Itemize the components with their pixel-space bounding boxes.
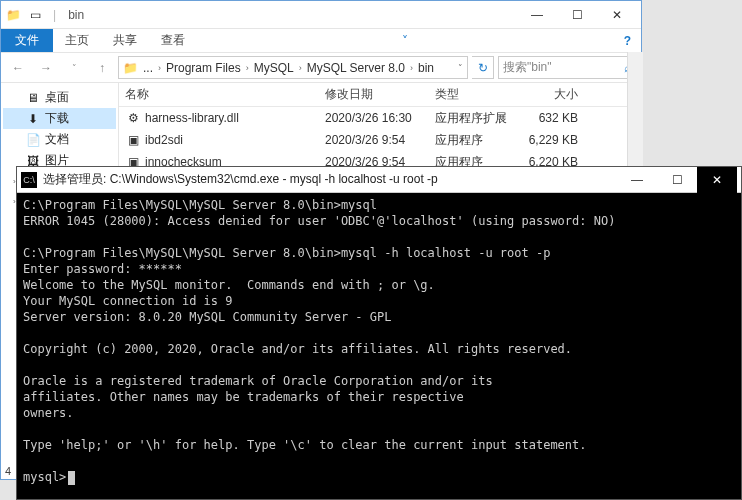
- file-row[interactable]: ▣ibd2sdi2020/3/26 9:54应用程序6,229 KB: [119, 129, 641, 151]
- back-button[interactable]: ←: [6, 56, 30, 80]
- breadcrumb[interactable]: 📁 ...› Program Files› MySQL› MySQL Serve…: [118, 56, 468, 79]
- folder-icon: 📁: [123, 61, 138, 75]
- up-button[interactable]: ↑: [90, 56, 114, 80]
- col-type[interactable]: 类型: [429, 86, 514, 103]
- crumb[interactable]: MySQL: [254, 61, 294, 75]
- window-title: bin: [68, 8, 84, 22]
- minimize-button[interactable]: —: [617, 167, 657, 193]
- file-name: harness-library.dll: [145, 111, 239, 125]
- sidebar-item-label: 文档: [45, 131, 69, 148]
- help-icon[interactable]: ?: [614, 29, 641, 52]
- ribbon-tabs: 文件 主页 共享 查看 ˅ ?: [1, 29, 641, 53]
- terminal-output[interactable]: C:\Program Files\MySQL\MySQL Server 8.0\…: [17, 193, 741, 489]
- tab-file[interactable]: 文件: [1, 29, 53, 52]
- close-button[interactable]: ✕: [597, 1, 637, 29]
- tab-home[interactable]: 主页: [53, 29, 101, 52]
- sidebar-item[interactable]: ⬇下载: [3, 108, 116, 129]
- file-type: 应用程序: [429, 132, 514, 149]
- sidebar-item[interactable]: 📄文档: [3, 129, 116, 150]
- cmd-title-text: 选择管理员: C:\Windows\System32\cmd.exe - mys…: [43, 171, 438, 188]
- col-date[interactable]: 修改日期: [319, 86, 429, 103]
- maximize-button[interactable]: ☐: [557, 1, 597, 29]
- column-headers: 名称 修改日期 类型 大小: [119, 83, 641, 107]
- sidebar-item-label: 下载: [45, 110, 69, 127]
- crumb[interactable]: ...: [143, 61, 153, 75]
- refresh-button[interactable]: ↻: [472, 56, 494, 79]
- file-date: 2020/3/26 16:30: [319, 111, 429, 125]
- tab-view[interactable]: 查看: [149, 29, 197, 52]
- maximize-button[interactable]: ☐: [657, 167, 697, 193]
- chevron-right-icon[interactable]: ›: [155, 63, 164, 73]
- sidebar-item-label: 桌面: [45, 89, 69, 106]
- item-icon: ⬇: [25, 111, 41, 127]
- properties-icon[interactable]: ▭: [27, 7, 43, 23]
- close-button[interactable]: ✕: [697, 167, 737, 193]
- file-name: ibd2sdi: [145, 133, 183, 147]
- forward-button[interactable]: →: [34, 56, 58, 80]
- ribbon-expand-icon[interactable]: ˅: [392, 29, 418, 52]
- chevron-right-icon[interactable]: ›: [407, 63, 416, 73]
- cmd-window: C:\ 选择管理员: C:\Windows\System32\cmd.exe -…: [16, 166, 742, 500]
- search-placeholder: 搜索"bin": [503, 59, 552, 76]
- col-size[interactable]: 大小: [514, 86, 584, 103]
- search-input[interactable]: 搜索"bin" ⌕: [498, 56, 636, 79]
- crumb[interactable]: bin: [418, 61, 434, 75]
- file-row[interactable]: ⚙harness-library.dll2020/3/26 16:30应用程序扩…: [119, 107, 641, 129]
- crumb[interactable]: Program Files: [166, 61, 241, 75]
- sidebar-item[interactable]: 🖥桌面: [3, 87, 116, 108]
- tab-share[interactable]: 共享: [101, 29, 149, 52]
- item-icon: 🖥: [25, 90, 41, 106]
- chevron-down-icon[interactable]: ˅: [458, 63, 463, 73]
- chevron-right-icon[interactable]: ›: [296, 63, 305, 73]
- file-icon: ⚙: [125, 110, 141, 126]
- separator: |: [53, 8, 56, 22]
- titlebar[interactable]: 📁 ▭ | bin — ☐ ✕: [1, 1, 641, 29]
- address-bar-row: ← → ˅ ↑ 📁 ...› Program Files› MySQL› MyS…: [1, 53, 641, 83]
- folder-icon: 📁: [5, 7, 21, 23]
- file-icon: ▣: [125, 132, 141, 148]
- window-controls: — ☐ ✕: [617, 167, 737, 193]
- window-controls: — ☐ ✕: [517, 1, 637, 29]
- crumb[interactable]: MySQL Server 8.0: [307, 61, 405, 75]
- file-size: 632 KB: [514, 111, 584, 125]
- file-date: 2020/3/26 9:54: [319, 133, 429, 147]
- file-type: 应用程序扩展: [429, 110, 514, 127]
- col-name[interactable]: 名称: [119, 86, 319, 103]
- item-icon: 📄: [25, 132, 41, 148]
- cmd-titlebar[interactable]: C:\ 选择管理员: C:\Windows\System32\cmd.exe -…: [17, 167, 741, 193]
- terminal-text: C:\Program Files\MySQL\MySQL Server 8.0\…: [23, 198, 615, 484]
- file-size: 6,229 KB: [514, 133, 584, 147]
- minimize-button[interactable]: —: [517, 1, 557, 29]
- recent-dropdown-icon[interactable]: ˅: [62, 56, 86, 80]
- item-count: 4: [5, 465, 11, 477]
- cmd-icon: C:\: [21, 172, 37, 188]
- chevron-right-icon[interactable]: ›: [243, 63, 252, 73]
- cursor: [68, 471, 75, 485]
